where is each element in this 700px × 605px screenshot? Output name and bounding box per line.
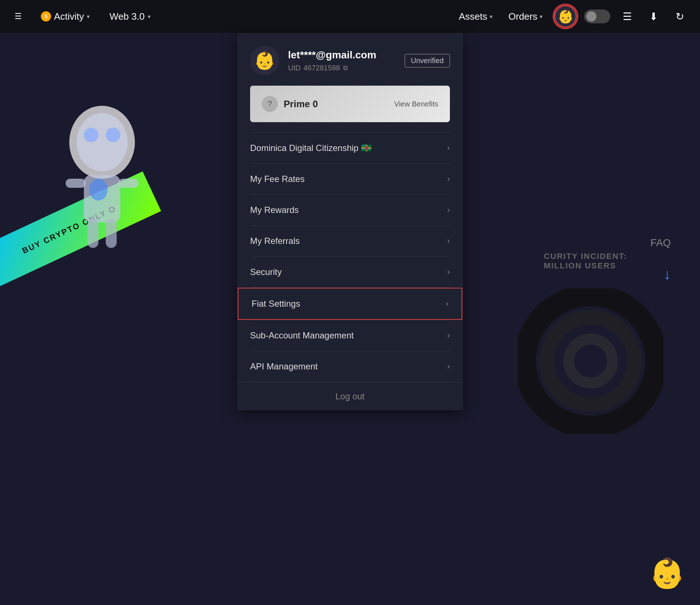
prime-label: Prime 0	[284, 98, 388, 110]
referrals-chevron-icon: ›	[447, 236, 450, 246]
menu-item-fiat-settings[interactable]: Fiat Settings ›	[238, 288, 462, 320]
menu-item-sub-account[interactable]: Sub-Account Management ›	[237, 320, 463, 351]
security-chevron-icon: ›	[447, 267, 450, 277]
profile-dropdown: 👶 let****@gmail.com UID 467281598 ⧉ Unve…	[237, 33, 463, 410]
activity-label: Activity	[54, 11, 84, 22]
logout-section: Log out	[237, 382, 463, 410]
web3-label: Web 3.0	[109, 11, 144, 22]
logout-button[interactable]: Log out	[321, 385, 379, 407]
menu-item-fee-rates-label: My Fee Rates	[250, 174, 447, 184]
svg-rect-7	[88, 219, 98, 248]
menu-item-fee-rates[interactable]: My Fee Rates ›	[237, 164, 463, 194]
nav-orders[interactable]: Orders ▾	[504, 8, 547, 25]
incident-text: CURITY INCIDENT: MILLION USERS	[544, 252, 627, 271]
verification-badge: Unverified	[405, 54, 450, 67]
download-icon-right: ↓	[664, 266, 671, 283]
nav-web3[interactable]: Web 3.0 ▾	[105, 8, 155, 25]
svg-point-3	[106, 128, 120, 142]
uid-value: 467281598	[303, 64, 340, 72]
api-management-chevron-icon: ›	[447, 362, 450, 371]
profile-section: 👶 let****@gmail.com UID 467281598 ⧉ Unve…	[237, 33, 463, 85]
fiat-settings-chevron-icon: ›	[446, 299, 448, 309]
black-swirl	[518, 288, 664, 434]
web3-chevron-icon: ▾	[148, 13, 151, 20]
nav-logo: ☰	[11, 9, 26, 24]
nav-right-actions: Assets ▾ Orders ▾ 👶 ☰ ⬇ ↻	[455, 5, 689, 28]
dropdown-menu-container: 👶 let****@gmail.com UID 467281598 ⧉ Unve…	[237, 33, 463, 410]
menu-item-api-management-label: API Management	[250, 361, 447, 372]
prime-benefits-link[interactable]: View Benefits	[394, 100, 438, 108]
list-icon-button[interactable]: ☰	[618, 7, 637, 26]
svg-rect-6	[118, 179, 139, 188]
profile-info: let****@gmail.com UID 467281598 ⧉	[288, 49, 396, 72]
menu-item-dominica-label: Dominica Digital Citizenship 🇩🇲	[250, 143, 447, 153]
menu-item-referrals-label: My Referrals	[250, 236, 447, 246]
assets-chevron-icon: ▾	[490, 13, 493, 20]
rewards-chevron-icon: ›	[447, 205, 450, 215]
profile-email: let****@gmail.com	[288, 49, 396, 61]
user-avatar-button[interactable]: 👶	[554, 5, 577, 28]
orders-chevron-icon: ▾	[540, 13, 542, 20]
menu-item-referrals[interactable]: My Referrals ›	[237, 226, 463, 256]
theme-toggle[interactable]	[584, 9, 610, 23]
sub-account-chevron-icon: ›	[447, 331, 450, 340]
profile-uid: UID 467281598 ⧉	[288, 64, 396, 72]
download-icon-button[interactable]: ⬇	[644, 7, 663, 26]
robot-figure	[47, 77, 157, 259]
navbar: ☰ S Activity ▾ Web 3.0 ▾ Assets ▾ Orders…	[0, 0, 700, 33]
profile-avatar-icon: 👶	[254, 50, 276, 71]
nav-activity[interactable]: S Activity ▾	[36, 8, 94, 25]
refresh-icon-button[interactable]: ↻	[670, 7, 689, 26]
dominica-flag-icon: 🇩🇲	[361, 143, 372, 153]
svg-rect-5	[66, 179, 86, 188]
prime-icon: ?	[262, 96, 278, 112]
menu-item-security[interactable]: Security ›	[237, 257, 463, 287]
fee-rates-chevron-icon: ›	[447, 174, 450, 184]
svg-point-11	[547, 317, 634, 405]
menu-item-fiat-settings-label: Fiat Settings	[252, 299, 446, 309]
menu-item-api-management[interactable]: API Management ›	[237, 351, 463, 382]
menu-item-sub-account-label: Sub-Account Management	[250, 330, 447, 341]
activity-coin-icon: S	[41, 11, 51, 22]
svg-point-9	[89, 179, 108, 201]
avatar-icon: 👶	[557, 9, 574, 24]
prime-card[interactable]: ? Prime 0 View Benefits	[250, 86, 450, 122]
nav-assets[interactable]: Assets ▾	[455, 8, 497, 25]
svg-point-12	[569, 339, 612, 383]
toggle-knob	[586, 11, 596, 22]
menu-item-rewards-label: My Rewards	[250, 205, 447, 215]
faq-label: FAQ	[650, 237, 671, 249]
menu-item-rewards[interactable]: My Rewards ›	[237, 195, 463, 225]
svg-point-2	[84, 128, 98, 142]
menu-item-security-label: Security	[250, 267, 447, 277]
svg-point-1	[77, 113, 128, 171]
svg-rect-8	[106, 219, 117, 248]
menu-item-dominica[interactable]: Dominica Digital Citizenship 🇩🇲 ›	[237, 133, 463, 163]
uid-label: UID	[288, 64, 300, 72]
activity-chevron-icon: ▾	[87, 13, 90, 20]
dominica-chevron-icon: ›	[447, 143, 450, 153]
avatar-bottom-right: 👶	[649, 556, 685, 590]
uid-copy-icon[interactable]: ⧉	[343, 64, 348, 72]
profile-avatar: 👶	[250, 46, 279, 75]
